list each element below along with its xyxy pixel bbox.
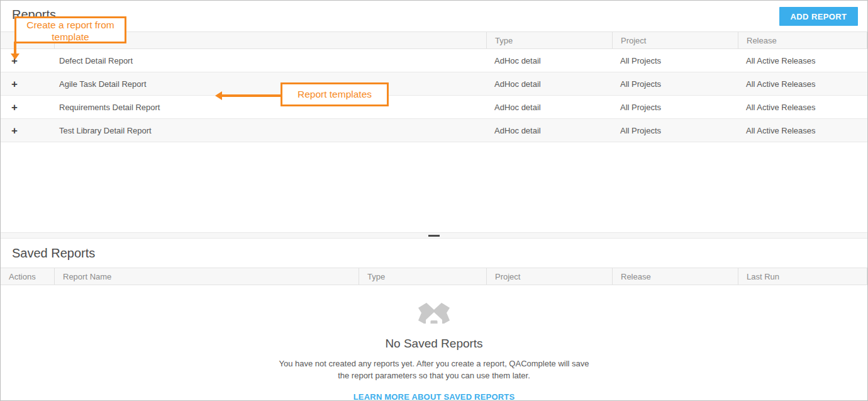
- template-row-requirements-detail[interactable]: + Requirements Detail Report AdHoc detai…: [1, 96, 867, 119]
- template-report-release: All Active Releases: [738, 79, 867, 89]
- template-report-name: Requirements Detail Report: [54, 103, 486, 112]
- reports-page: Reports ADD REPORT Type Project Release …: [0, 0, 868, 401]
- saved-header-report-name[interactable]: Report Name: [54, 268, 359, 285]
- template-report-type: AdHoc detail: [486, 56, 612, 65]
- no-saved-reports-building-icon: [1, 302, 867, 326]
- add-report-button[interactable]: ADD REPORT: [779, 7, 858, 26]
- saved-header-last-run[interactable]: Last Run: [738, 268, 867, 285]
- templates-table-empty-area: [1, 142, 867, 232]
- template-report-name: Test Library Detail Report: [54, 126, 486, 135]
- add-from-template-icon[interactable]: +: [11, 125, 18, 136]
- saved-reports-title-bar: Saved Reports: [1, 239, 867, 268]
- template-row-defect-detail[interactable]: + Defect Detail Report AdHoc detail All …: [1, 49, 867, 72]
- saved-header-project[interactable]: Project: [486, 268, 612, 285]
- templates-table-header: Type Project Release: [1, 31, 867, 49]
- template-report-type: AdHoc detail: [486, 103, 612, 112]
- template-row-test-library-detail[interactable]: + Test Library Detail Report AdHoc detai…: [1, 119, 867, 142]
- add-from-template-icon[interactable]: +: [11, 102, 18, 113]
- templates-header-project[interactable]: Project: [612, 32, 738, 48]
- template-report-project: All Projects: [612, 79, 738, 89]
- empty-state-message-line2: the report parameters so that you can us…: [1, 370, 867, 381]
- saved-header-actions[interactable]: Actions: [1, 268, 54, 285]
- saved-header-release[interactable]: Release: [612, 268, 738, 285]
- saved-reports-table-header: Actions Report Name Type Project Release…: [1, 268, 867, 285]
- template-report-project: All Projects: [612, 126, 738, 135]
- pane-splitter[interactable]: [1, 232, 867, 239]
- saved-reports-title: Saved Reports: [12, 246, 95, 261]
- no-saved-reports-empty-state: No Saved Reports You have not created an…: [1, 302, 867, 401]
- annotation-arrow-down-line: [14, 42, 16, 54]
- template-report-name: Agile Task Detail Report: [54, 79, 486, 89]
- annotation-create-report-from-template: Create a report from template: [14, 16, 126, 43]
- reports-header-bar: Reports ADD REPORT: [1, 1, 867, 31]
- empty-state-message-line1: You have not created any reports yet. Af…: [1, 358, 867, 370]
- splitter-drag-handle-icon[interactable]: [428, 235, 440, 237]
- learn-more-saved-reports-link[interactable]: LEARN MORE ABOUT SAVED REPORTS: [353, 392, 515, 401]
- template-report-release: All Active Releases: [738, 103, 867, 112]
- annotation-report-templates: Report templates: [281, 82, 389, 106]
- template-report-name: Defect Detail Report: [54, 56, 486, 65]
- annotation-arrow-down-head-icon: [11, 54, 19, 60]
- templates-header-release[interactable]: Release: [738, 32, 867, 48]
- saved-header-type[interactable]: Type: [359, 268, 486, 285]
- template-report-project: All Projects: [612, 56, 738, 65]
- template-report-type: AdHoc detail: [486, 79, 612, 89]
- template-report-type: AdHoc detail: [486, 126, 612, 135]
- annotation-arrow-left-line: [222, 94, 281, 97]
- add-from-template-icon[interactable]: +: [11, 79, 18, 89]
- annotation-arrow-left-head-icon: [215, 91, 222, 100]
- empty-state-title: No Saved Reports: [1, 337, 867, 351]
- template-report-release: All Active Releases: [738, 126, 867, 135]
- template-report-project: All Projects: [612, 103, 738, 112]
- template-report-release: All Active Releases: [738, 56, 867, 65]
- templates-header-type[interactable]: Type: [486, 32, 612, 48]
- template-row-agile-task-detail[interactable]: + Agile Task Detail Report AdHoc detail …: [1, 72, 867, 96]
